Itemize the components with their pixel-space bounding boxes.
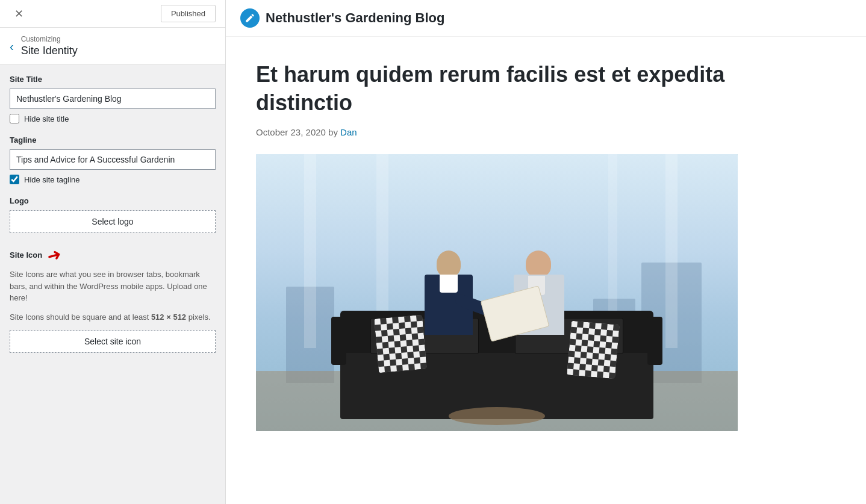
site-icon-label: Site Icon <box>10 250 42 260</box>
hide-tagline-label[interactable]: Hide site tagline <box>24 175 80 184</box>
site-name: Nethustler's Gardening Blog <box>266 10 444 26</box>
pillow-right <box>567 320 620 379</box>
select-logo-button[interactable]: Select logo <box>10 210 216 233</box>
logo-label: Logo <box>10 196 216 205</box>
site-icon-description: Site Icons are what you see in browser t… <box>10 269 216 304</box>
main-content: Et harum quidem rerum facilis est et exp… <box>226 37 768 455</box>
post-image <box>256 154 738 431</box>
hide-tagline-checkbox[interactable] <box>10 175 19 184</box>
back-button[interactable]: ‹ <box>10 40 14 52</box>
site-icon-size-note: Site Icons should be square and at least… <box>10 311 216 323</box>
person-1 <box>419 250 479 371</box>
section-title: Site Identity <box>21 45 78 57</box>
post-title: Et harum quidem rerum facilis est et exp… <box>256 61 738 117</box>
site-icon-size-note-1: Site Icons should be square and at least <box>10 313 151 322</box>
preview-panel: Nethustler's Gardening Blog Et harum qui… <box>226 0 866 504</box>
post-date-by: October 23, 2020 by <box>256 127 340 137</box>
site-icon-group: Site Icon ➜ Site Icons are what you see … <box>10 245 216 353</box>
window-col-1 <box>304 154 316 348</box>
hide-site-title-row: Hide site title <box>10 114 216 123</box>
customizer-panel: ✕ Published ‹ Customizing Site Identity … <box>0 0 226 504</box>
window-col-3 <box>665 154 678 348</box>
logo-group: Logo Select logo <box>10 196 216 233</box>
site-title-input[interactable] <box>10 89 216 109</box>
site-icon-size-note-2: pixels. <box>186 313 210 322</box>
published-button[interactable]: Published <box>161 5 216 22</box>
hide-site-title-checkbox[interactable] <box>10 114 19 123</box>
table <box>449 407 545 425</box>
site-title-label: Site Title <box>10 75 216 84</box>
couch-arm-left <box>331 317 346 365</box>
tagline-group: Tagline Hide site tagline <box>10 135 216 184</box>
tagline-label: Tagline <box>10 135 216 145</box>
pencil-icon <box>245 13 255 23</box>
top-bar: ✕ Published <box>0 0 225 28</box>
site-header: Nethustler's Gardening Blog <box>226 0 866 37</box>
section-subtitle: Customizing <box>21 35 78 43</box>
close-button[interactable]: ✕ <box>10 5 28 23</box>
hide-tagline-row: Hide site tagline <box>10 175 216 184</box>
site-logo-icon <box>240 8 260 28</box>
red-arrow-icon: ➜ <box>45 244 63 267</box>
section-header: ‹ Customizing Site Identity <box>0 28 225 65</box>
couch-arm-right <box>647 317 662 365</box>
select-site-icon-button[interactable]: Select site icon <box>10 330 216 353</box>
post-author-link[interactable]: Dan <box>340 127 357 137</box>
section-title-wrap: Customizing Site Identity <box>21 35 78 57</box>
site-title-group: Site Title Hide site title <box>10 75 216 123</box>
panel-content: Site Title Hide site title Tagline Hide … <box>0 65 225 504</box>
tagline-input[interactable] <box>10 149 216 170</box>
post-image-inner <box>256 154 738 431</box>
site-icon-header-row: Site Icon ➜ <box>10 245 216 265</box>
post-meta: October 23, 2020 by Dan <box>256 127 738 137</box>
site-icon-size-bold: 512 × 512 <box>151 313 186 322</box>
hide-site-title-label[interactable]: Hide site title <box>24 114 69 123</box>
